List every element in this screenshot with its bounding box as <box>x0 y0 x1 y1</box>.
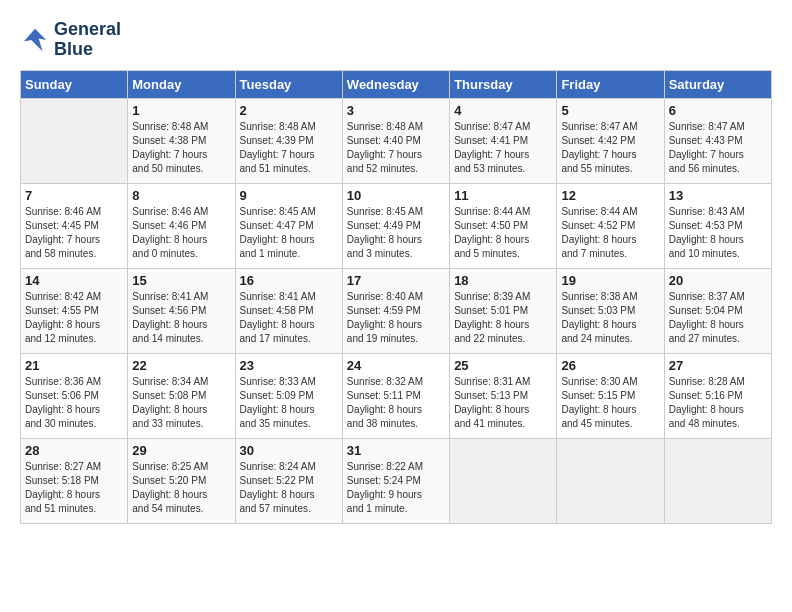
day-info: Sunrise: 8:44 AMSunset: 4:50 PMDaylight:… <box>454 205 552 261</box>
day-info: Sunrise: 8:33 AMSunset: 5:09 PMDaylight:… <box>240 375 338 431</box>
day-number: 16 <box>240 273 338 288</box>
calendar-cell: 11Sunrise: 8:44 AMSunset: 4:50 PMDayligh… <box>450 183 557 268</box>
day-number: 31 <box>347 443 445 458</box>
day-number: 28 <box>25 443 123 458</box>
calendar-week-row: 14Sunrise: 8:42 AMSunset: 4:55 PMDayligh… <box>21 268 772 353</box>
day-number: 7 <box>25 188 123 203</box>
calendar-cell: 13Sunrise: 8:43 AMSunset: 4:53 PMDayligh… <box>664 183 771 268</box>
calendar-cell: 8Sunrise: 8:46 AMSunset: 4:46 PMDaylight… <box>128 183 235 268</box>
day-number: 20 <box>669 273 767 288</box>
day-number: 26 <box>561 358 659 373</box>
day-info: Sunrise: 8:47 AMSunset: 4:42 PMDaylight:… <box>561 120 659 176</box>
calendar-cell: 20Sunrise: 8:37 AMSunset: 5:04 PMDayligh… <box>664 268 771 353</box>
weekday-header: Sunday <box>21 70 128 98</box>
day-info: Sunrise: 8:47 AMSunset: 4:41 PMDaylight:… <box>454 120 552 176</box>
day-info: Sunrise: 8:31 AMSunset: 5:13 PMDaylight:… <box>454 375 552 431</box>
calendar-cell: 6Sunrise: 8:47 AMSunset: 4:43 PMDaylight… <box>664 98 771 183</box>
calendar-cell: 24Sunrise: 8:32 AMSunset: 5:11 PMDayligh… <box>342 353 449 438</box>
calendar-week-row: 28Sunrise: 8:27 AMSunset: 5:18 PMDayligh… <box>21 438 772 523</box>
calendar-cell: 9Sunrise: 8:45 AMSunset: 4:47 PMDaylight… <box>235 183 342 268</box>
day-info: Sunrise: 8:40 AMSunset: 4:59 PMDaylight:… <box>347 290 445 346</box>
day-number: 14 <box>25 273 123 288</box>
calendar-cell <box>450 438 557 523</box>
day-info: Sunrise: 8:48 AMSunset: 4:39 PMDaylight:… <box>240 120 338 176</box>
calendar-cell: 17Sunrise: 8:40 AMSunset: 4:59 PMDayligh… <box>342 268 449 353</box>
calendar-cell: 26Sunrise: 8:30 AMSunset: 5:15 PMDayligh… <box>557 353 664 438</box>
day-number: 11 <box>454 188 552 203</box>
day-info: Sunrise: 8:38 AMSunset: 5:03 PMDaylight:… <box>561 290 659 346</box>
day-number: 13 <box>669 188 767 203</box>
day-number: 12 <box>561 188 659 203</box>
day-info: Sunrise: 8:41 AMSunset: 4:58 PMDaylight:… <box>240 290 338 346</box>
logo: General Blue <box>20 20 121 60</box>
calendar-week-row: 21Sunrise: 8:36 AMSunset: 5:06 PMDayligh… <box>21 353 772 438</box>
day-number: 23 <box>240 358 338 373</box>
weekday-header: Tuesday <box>235 70 342 98</box>
day-number: 24 <box>347 358 445 373</box>
logo-icon <box>20 25 50 55</box>
day-number: 9 <box>240 188 338 203</box>
calendar-week-row: 7Sunrise: 8:46 AMSunset: 4:45 PMDaylight… <box>21 183 772 268</box>
calendar-cell: 25Sunrise: 8:31 AMSunset: 5:13 PMDayligh… <box>450 353 557 438</box>
day-info: Sunrise: 8:32 AMSunset: 5:11 PMDaylight:… <box>347 375 445 431</box>
calendar-cell <box>21 98 128 183</box>
day-number: 4 <box>454 103 552 118</box>
calendar-cell: 2Sunrise: 8:48 AMSunset: 4:39 PMDaylight… <box>235 98 342 183</box>
calendar-cell: 16Sunrise: 8:41 AMSunset: 4:58 PMDayligh… <box>235 268 342 353</box>
day-info: Sunrise: 8:34 AMSunset: 5:08 PMDaylight:… <box>132 375 230 431</box>
day-number: 18 <box>454 273 552 288</box>
day-number: 21 <box>25 358 123 373</box>
day-info: Sunrise: 8:39 AMSunset: 5:01 PMDaylight:… <box>454 290 552 346</box>
calendar-cell: 15Sunrise: 8:41 AMSunset: 4:56 PMDayligh… <box>128 268 235 353</box>
day-info: Sunrise: 8:25 AMSunset: 5:20 PMDaylight:… <box>132 460 230 516</box>
calendar-cell: 18Sunrise: 8:39 AMSunset: 5:01 PMDayligh… <box>450 268 557 353</box>
day-info: Sunrise: 8:45 AMSunset: 4:49 PMDaylight:… <box>347 205 445 261</box>
calendar-cell: 28Sunrise: 8:27 AMSunset: 5:18 PMDayligh… <box>21 438 128 523</box>
weekday-header: Friday <box>557 70 664 98</box>
calendar-cell: 7Sunrise: 8:46 AMSunset: 4:45 PMDaylight… <box>21 183 128 268</box>
calendar-cell: 22Sunrise: 8:34 AMSunset: 5:08 PMDayligh… <box>128 353 235 438</box>
calendar-cell <box>557 438 664 523</box>
page-header: General Blue <box>20 20 772 60</box>
day-number: 19 <box>561 273 659 288</box>
day-number: 10 <box>347 188 445 203</box>
day-info: Sunrise: 8:44 AMSunset: 4:52 PMDaylight:… <box>561 205 659 261</box>
logo-text: General Blue <box>54 20 121 60</box>
weekday-header: Saturday <box>664 70 771 98</box>
day-number: 25 <box>454 358 552 373</box>
day-info: Sunrise: 8:47 AMSunset: 4:43 PMDaylight:… <box>669 120 767 176</box>
calendar-cell: 31Sunrise: 8:22 AMSunset: 5:24 PMDayligh… <box>342 438 449 523</box>
day-info: Sunrise: 8:37 AMSunset: 5:04 PMDaylight:… <box>669 290 767 346</box>
day-info: Sunrise: 8:27 AMSunset: 5:18 PMDaylight:… <box>25 460 123 516</box>
day-number: 17 <box>347 273 445 288</box>
day-info: Sunrise: 8:46 AMSunset: 4:45 PMDaylight:… <box>25 205 123 261</box>
calendar-cell: 21Sunrise: 8:36 AMSunset: 5:06 PMDayligh… <box>21 353 128 438</box>
day-info: Sunrise: 8:46 AMSunset: 4:46 PMDaylight:… <box>132 205 230 261</box>
day-info: Sunrise: 8:41 AMSunset: 4:56 PMDaylight:… <box>132 290 230 346</box>
day-number: 8 <box>132 188 230 203</box>
calendar-cell: 3Sunrise: 8:48 AMSunset: 4:40 PMDaylight… <box>342 98 449 183</box>
weekday-header: Monday <box>128 70 235 98</box>
day-info: Sunrise: 8:42 AMSunset: 4:55 PMDaylight:… <box>25 290 123 346</box>
weekday-header: Wednesday <box>342 70 449 98</box>
day-info: Sunrise: 8:48 AMSunset: 4:38 PMDaylight:… <box>132 120 230 176</box>
day-number: 22 <box>132 358 230 373</box>
day-number: 15 <box>132 273 230 288</box>
day-number: 27 <box>669 358 767 373</box>
calendar-cell: 10Sunrise: 8:45 AMSunset: 4:49 PMDayligh… <box>342 183 449 268</box>
calendar-cell: 12Sunrise: 8:44 AMSunset: 4:52 PMDayligh… <box>557 183 664 268</box>
calendar-cell: 23Sunrise: 8:33 AMSunset: 5:09 PMDayligh… <box>235 353 342 438</box>
calendar-cell: 4Sunrise: 8:47 AMSunset: 4:41 PMDaylight… <box>450 98 557 183</box>
day-number: 2 <box>240 103 338 118</box>
calendar-cell: 29Sunrise: 8:25 AMSunset: 5:20 PMDayligh… <box>128 438 235 523</box>
day-info: Sunrise: 8:28 AMSunset: 5:16 PMDaylight:… <box>669 375 767 431</box>
day-info: Sunrise: 8:22 AMSunset: 5:24 PMDaylight:… <box>347 460 445 516</box>
day-number: 29 <box>132 443 230 458</box>
day-number: 6 <box>669 103 767 118</box>
day-info: Sunrise: 8:24 AMSunset: 5:22 PMDaylight:… <box>240 460 338 516</box>
calendar-week-row: 1Sunrise: 8:48 AMSunset: 4:38 PMDaylight… <box>21 98 772 183</box>
calendar-cell: 14Sunrise: 8:42 AMSunset: 4:55 PMDayligh… <box>21 268 128 353</box>
calendar-table: SundayMondayTuesdayWednesdayThursdayFrid… <box>20 70 772 524</box>
day-info: Sunrise: 8:30 AMSunset: 5:15 PMDaylight:… <box>561 375 659 431</box>
calendar-cell <box>664 438 771 523</box>
